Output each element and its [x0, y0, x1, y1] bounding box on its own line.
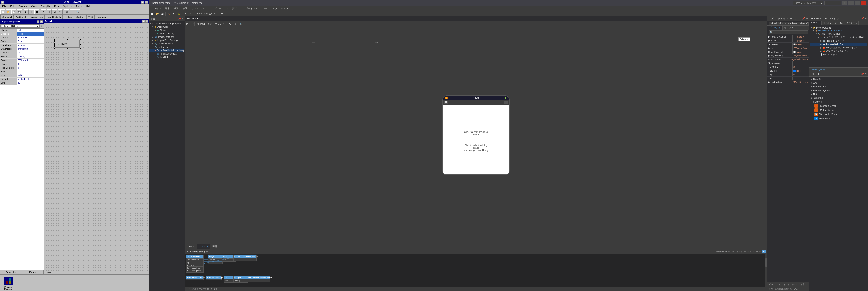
form-minimize[interactable]: ▼: [142, 20, 145, 23]
project-tab-model[interactable]: モデル...: [822, 21, 833, 25]
tab-mainfrm[interactable]: MainFrm ●: [185, 16, 201, 21]
rad-open-btn[interactable]: 📂: [155, 11, 160, 16]
project-tab-photo[interactable]: PhotoE...: [809, 21, 822, 25]
pt-android64[interactable]: ▶ 🤖 Android 64 ビット: [810, 43, 867, 46]
pt-ios-sim[interactable]: ▶ 🍎 iOS シミュレータ ARM 64 ビット: [810, 46, 867, 49]
structure-close[interactable]: ✕: [182, 17, 183, 20]
oi-events-tab[interactable]: Events: [22, 270, 44, 274]
oi-dropdown-btn[interactable]: ▼: [39, 24, 43, 28]
palette-group-livebindings-misc[interactable]: ▶ LiveBindings Misc: [810, 89, 867, 92]
handle-tr[interactable]: [80, 39, 81, 40]
palette-item-motion[interactable]: ↗ TMotionSensor: [814, 108, 867, 112]
palette-group-xml[interactable]: ▶ Xml: [810, 81, 867, 84]
pt-mainfrm[interactable]: 📄 MainFrm.pas: [810, 53, 867, 56]
menu-run[interactable]: Run: [53, 5, 60, 8]
menu-compile[interactable]: Compile: [39, 5, 51, 8]
pause-btn[interactable]: ⏸: [29, 9, 34, 14]
palette-item-orientation[interactable]: 🔄 TOrientationSensor: [814, 112, 867, 116]
view-zoom-btn[interactable]: 🔍: [239, 22, 243, 26]
menu-file[interactable]: File: [1, 5, 7, 8]
tree-item-filter-combo[interactable]: ▦ FilterComboBox: [150, 52, 184, 56]
tab-dialogs[interactable]: Dialogs: [63, 15, 74, 19]
tab-stop-checkbox[interactable]: [794, 70, 796, 72]
grid-btn[interactable]: ⋮: [70, 9, 75, 14]
zoom-btn[interactable]: 🔍: [75, 9, 80, 14]
rad-oi-dropdown[interactable]: ButtonTakePhotoFromLibrary | Button: [768, 21, 809, 26]
tab-system[interactable]: System: [74, 15, 86, 19]
rad-menu-edit[interactable]: 編集: [163, 6, 171, 10]
palette-close[interactable]: ✕: [865, 73, 867, 76]
rad-back-btn[interactable]: ◀: [183, 11, 188, 16]
project-tab-data[interactable]: データ...: [833, 21, 845, 25]
rad-forward-btn[interactable]: ▶: [188, 11, 193, 16]
lb-scrollbar[interactable]: [765, 254, 767, 287]
tree-item-5[interactable]: ▶ 📐 LayoutFilterSettings: [150, 39, 184, 42]
new-btn[interactable]: 📄: [0, 9, 5, 14]
menu-edit[interactable]: Edit: [9, 5, 16, 8]
stays-pressed-checkbox[interactable]: [794, 51, 796, 53]
menu-options[interactable]: Options: [62, 5, 73, 8]
tree-item-0[interactable]: ▼ ◻ BaseMainForm_LgXhdpiTb: [150, 22, 184, 25]
menu-help[interactable]: Help: [85, 5, 92, 8]
tab-standard[interactable]: Standard: [0, 15, 14, 19]
tree-item-1[interactable]: ▼ ⚡ ActionList: [150, 25, 184, 29]
handle-mr[interactable]: [80, 44, 81, 45]
tree-item-4[interactable]: ▶ 🖼 ImageContainer: [150, 35, 184, 39]
tab-vbx[interactable]: VBX: [86, 15, 95, 19]
show-hint-checkbox[interactable]: [794, 43, 796, 45]
menu-tools[interactable]: Tools: [74, 5, 83, 8]
device-dropdown[interactable]: Android 7 インチ タブレット: [194, 22, 232, 26]
rad-maximize-btn[interactable]: □: [855, 1, 860, 5]
palette-pin[interactable]: 📌: [861, 73, 864, 76]
code-tab[interactable]: コード: [186, 244, 197, 249]
lb-canvas[interactable]: FilterComboBox SelectedValue Synch Item.…: [185, 254, 765, 287]
palette-item-windows10[interactable]: ⊞ Windows 10: [814, 116, 867, 120]
button-tool[interactable]: □: [46, 9, 52, 14]
rad-menu-tools[interactable]: ツール: [260, 6, 270, 10]
layout-dropdown[interactable]: デフォルトレイアウト: [793, 1, 824, 5]
rad-run-btn[interactable]: ▶: [172, 11, 176, 16]
oi-object-selector[interactable]: BitBtn1 : TBitBtn ▼: [0, 24, 44, 29]
pt-ios-device[interactable]: ▶ 🍎 iOS デバイス 64 ビット: [810, 49, 867, 53]
tab-data-controls[interactable]: Data Controls: [45, 15, 63, 19]
edit-tool[interactable]: ab: [52, 9, 57, 14]
platform-select[interactable]: Android 64 ビット: [195, 11, 224, 16]
more-tools[interactable]: ≡: [58, 9, 63, 14]
rad-menu-run[interactable]: 実行: [230, 6, 239, 10]
rad-menu-component[interactable]: コンポーネント: [239, 6, 259, 10]
minimize-btn[interactable]: ▼: [1, 1, 4, 4]
handle-tl[interactable]: [54, 39, 55, 40]
rad-oi-pin[interactable]: 📌: [802, 17, 805, 20]
handle-br[interactable]: [80, 48, 81, 49]
form-canvas[interactable]: ✓ Hello: [44, 23, 149, 271]
rad-save-btn[interactable]: 💾: [160, 11, 165, 16]
oi-object-select[interactable]: BitBtn1 : TBitBtn: [0, 24, 39, 28]
tree-item-3[interactable]: ▶ 🗂 Media Library: [150, 32, 184, 35]
program-manager[interactable]: ProgramManager: [0, 275, 17, 291]
rad-menu-search[interactable]: 検索: [172, 6, 180, 10]
rad-menu-help[interactable]: ヘルプ: [280, 6, 290, 10]
form-maximize[interactable]: ▲: [145, 20, 148, 23]
view-settings-btn[interactable]: ⚙: [233, 22, 238, 26]
palette-group-net[interactable]: ▶ Net: [810, 93, 867, 96]
oi-minimize[interactable]: ▼: [36, 20, 39, 23]
rad-menu-project[interactable]: プロジェクト: [213, 6, 230, 10]
menu-search[interactable]: Search: [18, 5, 28, 8]
palette-group-livebindings[interactable]: ▶ LiveBindings: [810, 85, 867, 88]
tab-additional[interactable]: Additional: [14, 15, 28, 19]
oi-row-caption[interactable]: Caption Hello: [0, 32, 44, 36]
palette-group-skiafx[interactable]: ▶ SkiaFX: [810, 77, 867, 81]
run-btn[interactable]: ▶: [24, 9, 29, 14]
oi-properties-tab[interactable]: Properties: [0, 270, 22, 274]
rad-menu-file[interactable]: ファイル: [150, 6, 162, 10]
oi-close[interactable]: ✕: [40, 20, 43, 23]
phone-menu-btn[interactable]: ☰: [444, 101, 448, 104]
menu-view[interactable]: View: [30, 5, 38, 8]
save-btn[interactable]: 💾: [11, 9, 17, 14]
rad-oi-close[interactable]: ✕: [806, 17, 808, 20]
rad-close-btn[interactable]: ✕: [861, 1, 866, 5]
rad-help-btn[interactable]: ?: [842, 1, 847, 5]
tree-item-7[interactable]: ▼ 🔧 ToolBarTop: [150, 45, 184, 49]
lb-down-arrow[interactable]: ↓: [750, 251, 751, 253]
restore-btn[interactable]: ▲: [141, 1, 145, 4]
